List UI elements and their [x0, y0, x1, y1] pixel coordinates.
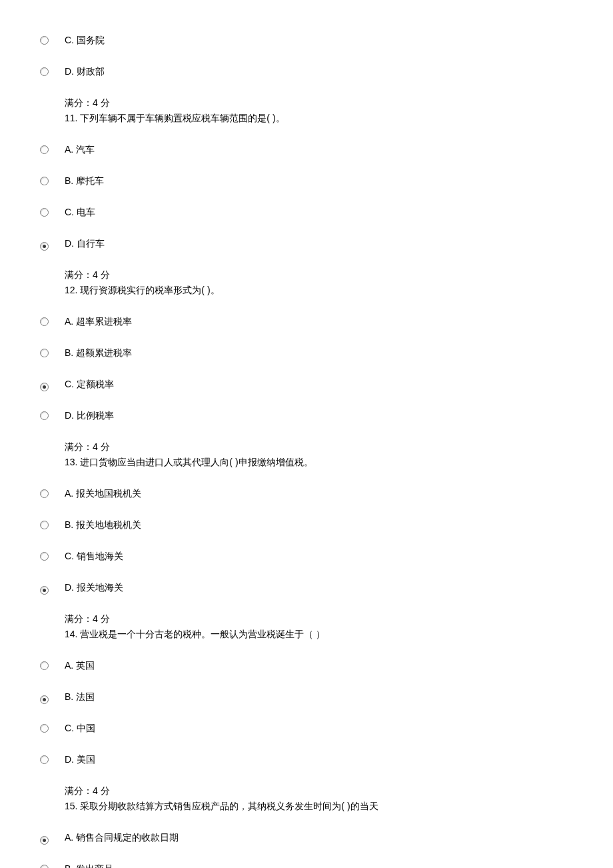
option-letter: C. — [65, 549, 74, 563]
option-letter: D. — [65, 409, 74, 423]
option-letter: B. — [65, 174, 73, 188]
option-label: C. 国务院 — [65, 33, 105, 47]
q12-option-a[interactable]: A. 超率累进税率 — [40, 315, 573, 329]
option-text: 报关地海关 — [77, 581, 123, 595]
option-text: 超率累进税率 — [76, 315, 132, 329]
question-text: 14. 营业税是一个十分古老的税种。一般认为营业税诞生于（ ） — [65, 627, 573, 641]
q10-footer: 满分：4 分 11. 下列车辆不属于车辆购置税应税车辆范围的是( )。 — [65, 96, 573, 125]
q11-option-c[interactable]: C. 电车 — [40, 205, 573, 219]
radio-icon-checked — [40, 586, 49, 595]
question-text: 13. 进口货物应当由进口人或其代理人向( )申报缴纳增值税。 — [65, 455, 573, 469]
option-letter: A. — [65, 831, 73, 845]
radio-icon — [40, 521, 49, 529]
option-label: A. 超率累进税率 — [65, 315, 132, 329]
option-label: D. 财政部 — [65, 65, 105, 79]
radio-icon-checked — [40, 383, 49, 391]
option-label: C. 定额税率 — [65, 377, 114, 391]
radio-icon — [40, 724, 49, 733]
option-text: 财政部 — [77, 65, 105, 79]
q11-option-a[interactable]: A. 汽车 — [40, 143, 573, 157]
q12-option-d[interactable]: D. 比例税率 — [40, 409, 573, 423]
q13-footer: 满分：4 分 14. 营业税是一个十分古老的税种。一般认为营业税诞生于（ ） — [65, 612, 573, 641]
option-label: A. 报关地国税机关 — [65, 487, 141, 501]
score-text: 满分：4 分 — [65, 784, 573, 798]
radio-icon — [40, 67, 49, 76]
radio-icon — [40, 36, 49, 45]
q15-option-a[interactable]: A. 销售合同规定的收款日期 — [40, 831, 573, 845]
q12-option-c[interactable]: C. 定额税率 — [40, 377, 573, 391]
radio-icon — [40, 145, 49, 154]
option-text: 国务院 — [77, 33, 105, 47]
option-label: D. 比例税率 — [65, 409, 114, 423]
question-text: 15. 采取分期收款结算方式销售应税产品的，其纳税义务发生时间为( )的当天 — [65, 799, 573, 813]
radio-icon-checked — [40, 695, 49, 704]
option-letter: C. — [65, 377, 74, 391]
radio-icon — [40, 349, 49, 357]
q14-option-a[interactable]: A. 英国 — [40, 659, 573, 673]
option-letter: A. — [65, 659, 73, 673]
option-label: B. 报关地地税机关 — [65, 518, 141, 532]
option-letter: C. — [65, 205, 74, 219]
option-text: 电车 — [77, 205, 95, 219]
radio-icon — [40, 661, 49, 670]
score-text: 满分：4 分 — [65, 612, 573, 626]
q14-option-c[interactable]: C. 中国 — [40, 721, 573, 735]
option-text: 摩托车 — [76, 174, 104, 188]
option-letter: C. — [65, 721, 74, 735]
q13-option-c[interactable]: C. 销售地海关 — [40, 549, 573, 563]
option-letter: B. — [65, 518, 73, 532]
option-text: 定额税率 — [77, 377, 114, 391]
q12-footer: 满分：4 分 13. 进口货物应当由进口人或其代理人向( )申报缴纳增值税。 — [65, 440, 573, 469]
option-text: 自行车 — [77, 237, 105, 251]
option-text: 法国 — [76, 690, 95, 704]
option-letter: A. — [65, 315, 73, 329]
option-label: D. 自行车 — [65, 237, 105, 251]
option-label: B. 法国 — [65, 690, 95, 704]
q14-option-d[interactable]: D. 美国 — [40, 753, 573, 767]
q12-option-b[interactable]: B. 超额累进税率 — [40, 346, 573, 360]
radio-icon — [40, 755, 49, 764]
q11-footer: 满分：4 分 12. 现行资源税实行的税率形式为( )。 — [65, 268, 573, 297]
radio-icon — [40, 865, 49, 868]
q10-option-c[interactable]: C. 国务院 — [40, 33, 573, 47]
q11-option-d[interactable]: D. 自行车 — [40, 237, 573, 251]
option-letter: A. — [65, 487, 73, 501]
option-letter: D. — [65, 65, 74, 79]
q15-option-b[interactable]: B. 发出商品 — [40, 862, 573, 868]
option-label: C. 销售地海关 — [65, 549, 123, 563]
option-letter: B. — [65, 862, 73, 868]
option-label: A. 英国 — [65, 659, 95, 673]
option-text: 中国 — [77, 721, 95, 735]
option-text: 发出商品 — [76, 862, 113, 868]
option-text: 英国 — [76, 659, 95, 673]
option-letter: B. — [65, 690, 73, 704]
option-label: D. 美国 — [65, 753, 95, 767]
radio-icon-checked — [40, 242, 49, 251]
score-text: 满分：4 分 — [65, 440, 573, 454]
option-label: D. 报关地海关 — [65, 581, 123, 595]
option-letter: A. — [65, 143, 73, 157]
option-label: C. 电车 — [65, 205, 95, 219]
radio-icon — [40, 208, 49, 217]
option-text: 比例税率 — [77, 409, 114, 423]
option-letter: D. — [65, 581, 74, 595]
option-text: 美国 — [77, 753, 95, 767]
option-text: 超额累进税率 — [76, 346, 132, 360]
option-label: A. 销售合同规定的收款日期 — [65, 831, 179, 845]
radio-icon — [40, 317, 49, 326]
question-text: 11. 下列车辆不属于车辆购置税应税车辆范围的是( )。 — [65, 111, 573, 125]
score-text: 满分：4 分 — [65, 268, 573, 282]
q11-option-b[interactable]: B. 摩托车 — [40, 174, 573, 188]
q10-option-d[interactable]: D. 财政部 — [40, 65, 573, 79]
q13-option-b[interactable]: B. 报关地地税机关 — [40, 518, 573, 532]
question-text: 12. 现行资源税实行的税率形式为( )。 — [65, 283, 573, 297]
radio-icon — [40, 489, 49, 498]
option-text: 销售地海关 — [77, 549, 123, 563]
q14-option-b[interactable]: B. 法国 — [40, 690, 573, 704]
score-text: 满分：4 分 — [65, 96, 573, 110]
radio-icon — [40, 177, 49, 185]
q13-option-a[interactable]: A. 报关地国税机关 — [40, 487, 573, 501]
q13-option-d[interactable]: D. 报关地海关 — [40, 581, 573, 595]
option-letter: D. — [65, 237, 74, 251]
option-text: 报关地国税机关 — [76, 487, 141, 501]
